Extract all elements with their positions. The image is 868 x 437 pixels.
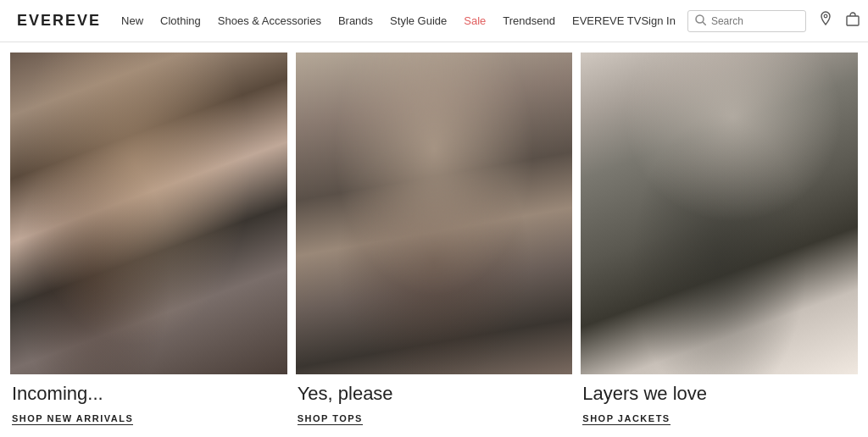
nav-item-nav-sale[interactable]: Sale [464, 14, 486, 27]
card-body-3: Layers we love SHOP JACKETS [581, 374, 858, 429]
header-right: Sign In [641, 10, 860, 32]
nav-item-nav-evereve-tv[interactable]: EVEREVE TV [572, 14, 641, 27]
card-cta-1[interactable]: SHOP NEW ARRIVALS [12, 413, 133, 425]
cards-grid: Incoming... SHOP NEW ARRIVALS Yes, pleas… [10, 53, 858, 429]
card-image-1 [10, 53, 287, 374]
card-body-1: Incoming... SHOP NEW ARRIVALS [10, 374, 287, 429]
svg-line-1 [703, 22, 705, 25]
card-title-1: Incoming... [12, 383, 286, 405]
svg-point-2 [824, 14, 827, 18]
bag-icon[interactable] [845, 11, 860, 30]
main-nav: NewClothingShoes & AccessoriesBrandsStyl… [121, 14, 641, 27]
search-box[interactable] [687, 10, 806, 32]
card-2: Yes, please SHOP TOPS [296, 53, 573, 429]
nav-item-nav-shoes[interactable]: Shoes & Accessories [218, 14, 321, 27]
card-body-2: Yes, please SHOP TOPS [296, 374, 573, 429]
card-image-2 [296, 53, 573, 374]
site-header: EVEREVE NewClothingShoes & AccessoriesBr… [0, 0, 868, 42]
card-cta-2[interactable]: SHOP TOPS [298, 413, 363, 425]
nav-item-nav-clothing[interactable]: Clothing [160, 14, 201, 27]
svg-rect-3 [847, 16, 859, 25]
card-title-3: Layers we love [582, 383, 856, 405]
main-content: Incoming... SHOP NEW ARRIVALS Yes, pleas… [0, 42, 868, 437]
card-title-2: Yes, please [298, 383, 571, 405]
svg-point-0 [696, 15, 704, 23]
nav-item-nav-brands[interactable]: Brands [338, 14, 373, 27]
search-input[interactable] [711, 15, 798, 27]
location-icon[interactable] [818, 11, 833, 30]
card-3: Layers we love SHOP JACKETS [581, 53, 858, 429]
nav-item-nav-trendsend[interactable]: Trendsend [503, 14, 555, 27]
card-1: Incoming... SHOP NEW ARRIVALS [10, 53, 287, 429]
card-image-3 [581, 53, 858, 374]
nav-item-nav-new[interactable]: New [121, 14, 143, 27]
site-logo[interactable]: EVEREVE [17, 12, 101, 30]
nav-item-nav-style-guide[interactable]: Style Guide [390, 14, 447, 27]
search-icon [695, 14, 706, 28]
card-cta-3[interactable]: SHOP JACKETS [582, 413, 670, 425]
sign-in-link[interactable]: Sign In [641, 14, 675, 27]
